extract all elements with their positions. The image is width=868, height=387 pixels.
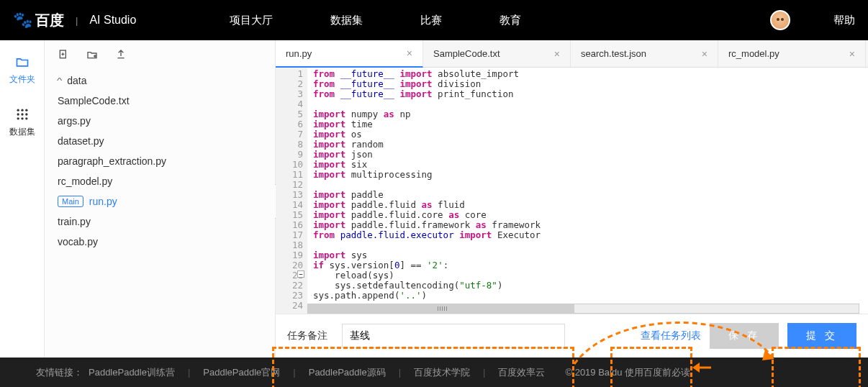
logo-block: 🐾百度 | AI Studio — [13, 11, 136, 30]
file-item[interactable]: args.py — [45, 111, 275, 131]
paw-icon: 🐾 — [13, 11, 32, 29]
file-item[interactable]: train.py — [45, 211, 275, 232]
folder-icon — [15, 55, 30, 69]
close-icon[interactable]: × — [554, 48, 560, 60]
file-list: data SampleCode.txt args.py dataset.py p… — [45, 69, 275, 253]
code-editor[interactable]: 123456789101112131415161718192021222324 … — [276, 68, 868, 314]
footer-prefix: 友情链接： — [36, 366, 83, 379]
rail-datasets-label: 数据集 — [9, 126, 35, 138]
footer-link[interactable]: 百度技术学院 — [414, 366, 470, 379]
file-toolbar — [45, 40, 275, 69]
tab-samplecode[interactable]: SampleCode.txt× — [423, 40, 571, 67]
baidu-logo: 🐾百度 — [13, 11, 64, 30]
rail-files-label: 文件夹 — [9, 73, 35, 86]
save-button[interactable]: 保 存 — [710, 323, 779, 349]
file-item[interactable]: rc_model.py — [45, 171, 275, 191]
baidu-text: 百度 — [35, 11, 64, 30]
logo-separator: | — [76, 15, 78, 26]
task-note-input[interactable] — [342, 324, 565, 348]
svg-point-1 — [21, 109, 23, 111]
close-icon[interactable]: × — [849, 48, 855, 60]
top-nav: 🐾百度 | AI Studio 项目大厅 数据集 比赛 教育 帮助 — [0, 0, 868, 40]
rail-files[interactable]: 文件夹 — [9, 55, 35, 86]
new-file-icon[interactable] — [58, 49, 69, 60]
close-icon[interactable]: × — [702, 48, 707, 60]
code-content[interactable]: from __future__ import absolute_importfr… — [307, 68, 868, 314]
nav-help[interactable]: 帮助 — [833, 14, 855, 27]
file-item[interactable]: vocab.py — [45, 232, 275, 252]
submit-button[interactable]: 提 交 — [787, 323, 856, 349]
svg-point-3 — [17, 113, 19, 115]
footer: 友情链接： PaddlePaddle训练营| PaddlePaddle官网| P… — [0, 358, 868, 387]
tab-run-py[interactable]: run.py× — [276, 40, 423, 68]
new-folder-icon[interactable] — [86, 49, 98, 60]
main-area: 文件夹 数据集 data SampleCode.txt args.py data… — [0, 40, 868, 358]
file-item[interactable]: paragraph_extraction.py — [45, 151, 275, 171]
svg-point-7 — [21, 117, 23, 119]
svg-point-2 — [25, 109, 27, 111]
footer-link[interactable]: PaddlePaddle训练营 — [89, 366, 175, 379]
svg-point-5 — [25, 113, 27, 115]
scrollbar-thumb[interactable] — [308, 304, 574, 313]
avatar[interactable] — [770, 10, 790, 30]
folder-label: data — [67, 75, 86, 86]
product-name: AI Studio — [89, 14, 136, 27]
bottom-bar: 任务备注 查看任务列表 保 存 提 交 — [276, 314, 868, 358]
file-item[interactable]: SampleCode.txt — [45, 91, 275, 111]
tab-search-json[interactable]: search.test.json× — [571, 40, 718, 67]
file-item[interactable]: dataset.py — [45, 131, 275, 151]
file-panel: data SampleCode.txt args.py dataset.py p… — [45, 40, 275, 358]
footer-link[interactable]: PaddlePaddle官网 — [203, 366, 280, 379]
file-folder-data[interactable]: data — [45, 70, 275, 91]
upload-icon[interactable] — [115, 49, 127, 60]
grid-icon — [15, 107, 30, 122]
tab-rc-model[interactable]: rc_model.py× — [718, 40, 866, 67]
svg-point-6 — [17, 117, 19, 119]
horizontal-scrollbar[interactable] — [307, 304, 859, 314]
svg-point-4 — [21, 113, 23, 115]
nav-projects[interactable]: 项目大厅 — [230, 14, 273, 27]
task-note-label: 任务备注 — [287, 329, 327, 342]
left-rail: 文件夹 数据集 — [0, 40, 45, 358]
fold-icon[interactable]: − — [297, 270, 304, 278]
close-icon[interactable]: × — [407, 47, 412, 59]
footer-copyright: © 2019 Baidu 使用百度前必读 — [565, 366, 690, 379]
nav-competition[interactable]: 比赛 — [420, 14, 442, 27]
view-task-list-link[interactable]: 查看任务列表 — [641, 329, 701, 342]
nav-datasets[interactable]: 数据集 — [330, 14, 363, 27]
nav-items: 项目大厅 数据集 比赛 教育 — [230, 14, 521, 27]
editor-column: ◀ run.py× SampleCode.txt× search.test.js… — [275, 40, 868, 358]
svg-point-0 — [17, 109, 19, 111]
footer-link[interactable]: PaddlePaddle源码 — [309, 366, 386, 379]
rail-datasets[interactable]: 数据集 — [9, 107, 35, 138]
nav-education[interactable]: 教育 — [499, 14, 521, 27]
file-item-main[interactable]: Mainrun.py — [45, 191, 275, 211]
editor-tabs: run.py× SampleCode.txt× search.test.json… — [276, 40, 868, 68]
svg-point-8 — [25, 117, 27, 119]
main-badge: Main — [58, 196, 83, 207]
nav-right: 帮助 — [770, 10, 855, 30]
footer-link[interactable]: 百度效率云 — [498, 366, 545, 379]
